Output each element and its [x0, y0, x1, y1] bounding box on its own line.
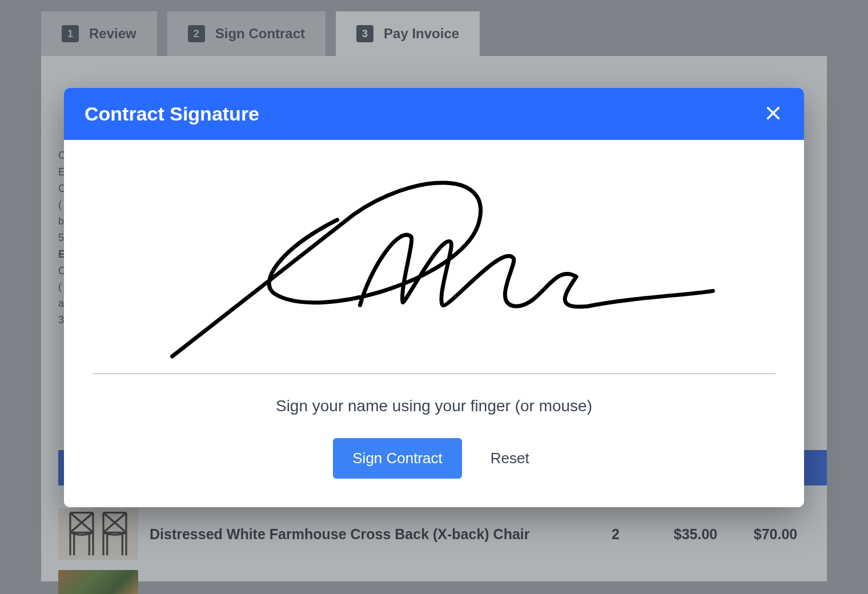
- signature-modal: Contract Signature Sign your name using …: [64, 88, 804, 507]
- signature-pad[interactable]: [93, 163, 775, 374]
- sign-contract-button[interactable]: Sign Contract: [333, 438, 462, 479]
- signature-drawing: [93, 163, 775, 374]
- modal-title: Contract Signature: [85, 103, 259, 125]
- close-button[interactable]: [763, 104, 783, 125]
- signature-hint: Sign your name using your finger (or mou…: [93, 397, 775, 415]
- modal-body: Sign your name using your finger (or mou…: [64, 140, 804, 507]
- close-icon: [765, 105, 781, 123]
- reset-button[interactable]: Reset: [485, 438, 535, 479]
- button-row: Sign Contract Reset: [93, 438, 775, 479]
- modal-header: Contract Signature: [64, 88, 804, 140]
